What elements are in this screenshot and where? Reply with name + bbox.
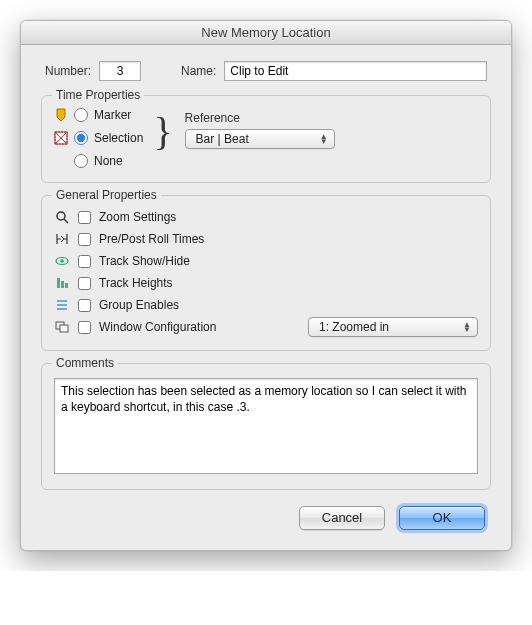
groupenables-icon <box>54 297 70 313</box>
none-icon <box>54 154 68 168</box>
header-row: Number: Name: <box>41 61 491 81</box>
time-properties-title: Time Properties <box>52 88 144 102</box>
name-input[interactable] <box>224 61 487 81</box>
updown-icon: ▲▼ <box>320 134 328 144</box>
preroll-label: Pre/Post Roll Times <box>99 232 204 246</box>
zoom-label: Zoom Settings <box>99 210 176 224</box>
none-radio[interactable] <box>74 154 88 168</box>
brace-icon: } <box>153 112 172 152</box>
preroll-icon <box>54 231 70 247</box>
groupenables-checkbox[interactable] <box>78 299 91 312</box>
svg-rect-7 <box>61 281 64 288</box>
selection-icon <box>54 131 68 145</box>
zoom-checkbox[interactable] <box>78 211 91 224</box>
time-properties-group: Time Properties Marker <box>41 95 491 183</box>
trackheights-checkbox[interactable] <box>78 277 91 290</box>
comments-title: Comments <box>52 356 118 370</box>
cancel-button[interactable]: Cancel <box>299 506 385 530</box>
svg-rect-8 <box>65 283 68 288</box>
general-properties-group: General Properties Zoom Settings Pre/Pos… <box>41 195 491 351</box>
trackshow-checkbox[interactable] <box>78 255 91 268</box>
marker-radio-label: Marker <box>94 108 131 122</box>
trackshow-label: Track Show/Hide <box>99 254 190 268</box>
windowconfig-select-value: 1: Zoomed in <box>319 320 389 334</box>
reference-select-value: Bar | Beat <box>196 132 249 146</box>
trackheights-icon <box>54 275 70 291</box>
general-properties-title: General Properties <box>52 188 161 202</box>
reference-select[interactable]: Bar | Beat ▲▼ <box>185 129 335 149</box>
windowconfig-label: Window Configuration <box>99 320 216 334</box>
svg-rect-6 <box>57 278 60 288</box>
window-title: New Memory Location <box>21 21 511 45</box>
selection-radio[interactable] <box>74 131 88 145</box>
svg-point-2 <box>57 212 65 220</box>
number-input[interactable] <box>99 61 141 81</box>
comments-group: Comments <box>41 363 491 490</box>
trackheights-label: Track Heights <box>99 276 173 290</box>
number-label: Number: <box>45 64 91 78</box>
marker-icon <box>54 108 68 122</box>
windowconfig-select[interactable]: 1: Zoomed in ▲▼ <box>308 317 478 337</box>
preroll-checkbox[interactable] <box>78 233 91 246</box>
reference-label: Reference <box>185 111 335 125</box>
dialog-window: New Memory Location Number: Name: Time P… <box>20 20 512 551</box>
svg-rect-13 <box>60 325 68 332</box>
marker-radio[interactable] <box>74 108 88 122</box>
windowconfig-icon <box>54 319 70 335</box>
groupenables-label: Group Enables <box>99 298 179 312</box>
comments-textarea[interactable] <box>54 378 478 474</box>
dialog-content: Number: Name: Time Properties Marker <box>21 45 511 550</box>
windowconfig-checkbox[interactable] <box>78 321 91 334</box>
zoom-icon <box>54 209 70 225</box>
svg-line-3 <box>64 219 68 223</box>
selection-radio-label: Selection <box>94 131 143 145</box>
trackshow-icon <box>54 253 70 269</box>
name-label: Name: <box>181 64 216 78</box>
svg-point-5 <box>60 259 64 263</box>
button-row: Cancel OK <box>41 502 491 532</box>
none-radio-label: None <box>94 154 123 168</box>
ok-button[interactable]: OK <box>399 506 485 530</box>
updown-icon: ▲▼ <box>463 322 471 332</box>
